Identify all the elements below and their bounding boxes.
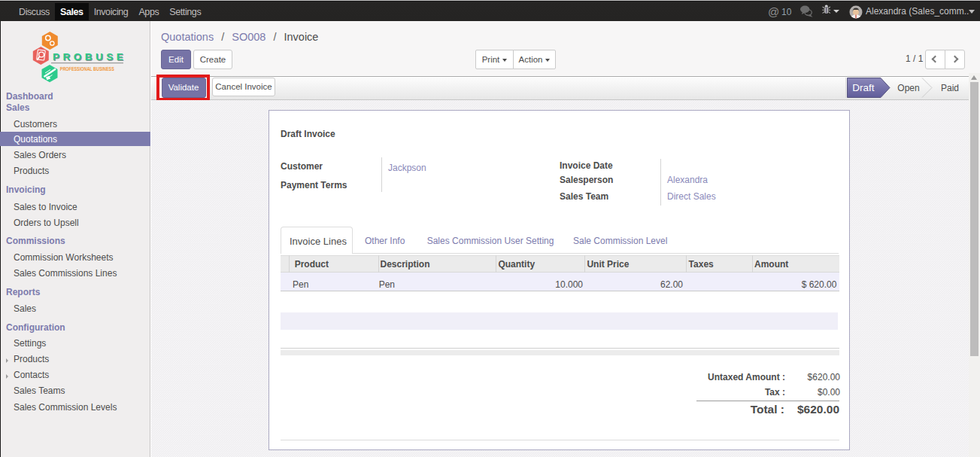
svg-text:PROFESSIONAL BUSINESS: PROFESSIONAL BUSINESS xyxy=(60,66,114,72)
svg-text:Paid: Paid xyxy=(941,83,959,93)
svg-text:PROBUSE: PROBUSE xyxy=(53,51,126,62)
svg-text:Open: Open xyxy=(897,83,919,93)
svg-text:Draft: Draft xyxy=(852,82,875,93)
